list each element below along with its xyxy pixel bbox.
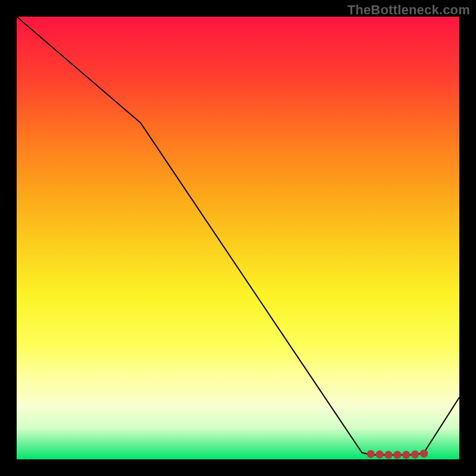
marker-dot xyxy=(375,450,383,458)
marker-dot xyxy=(384,451,392,459)
marker-dot xyxy=(402,451,410,459)
plot-area xyxy=(17,17,459,459)
watermark-label: TheBottleneck.com xyxy=(347,2,470,18)
chart-svg xyxy=(17,17,459,459)
marker-dot xyxy=(393,451,401,459)
markers-group xyxy=(367,450,428,459)
curve-line xyxy=(17,17,459,455)
marker-dot xyxy=(420,450,428,458)
chart-frame: TheBottleneck.com xyxy=(0,0,476,476)
marker-dot xyxy=(411,450,419,458)
marker-dot xyxy=(367,450,375,458)
